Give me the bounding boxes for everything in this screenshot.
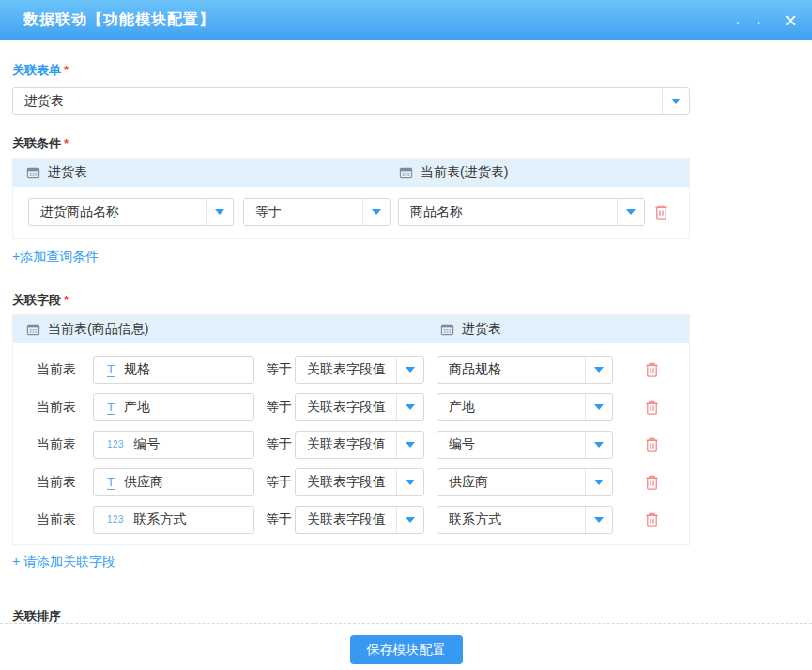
condition-target-select[interactable]: 商品名称 (398, 198, 645, 226)
fields-left-table: 当前表(商品信息) (26, 321, 148, 338)
text-type-icon: T (107, 363, 115, 377)
condition-row: 进货商品名称 等于 商品名称 (13, 187, 689, 238)
source-type-select[interactable]: 关联表字段值 (295, 468, 424, 496)
chevron-down-icon (626, 209, 636, 215)
row-prefix: 当前表 (37, 474, 93, 491)
resize-arrows-icon[interactable]: ←→ (733, 12, 765, 28)
operator-label: 等于 (266, 511, 295, 528)
fields-right-table-name: 进货表 (462, 321, 501, 338)
dialog-header: 数据联动【功能模块配置】 ←→ × (0, 0, 812, 40)
conditions-right-table: 当前表(进货表) (399, 159, 508, 187)
related-form-select[interactable]: 进货表 (12, 87, 690, 115)
target-field-select[interactable]: 商品规格 (437, 356, 613, 384)
target-field-select[interactable]: 联系方式 (437, 506, 613, 534)
fields-left-table-name: 当前表(商品信息) (48, 321, 148, 338)
conditions-panel: 进货表 当前表(进货表) 进货商品名称 等于 商品名称 (12, 158, 690, 239)
current-field-box[interactable]: 123 编号 (93, 431, 254, 459)
close-icon[interactable]: × (784, 11, 797, 30)
row-prefix: 当前表 (37, 399, 93, 416)
fields-label: 关联字段* (12, 292, 812, 309)
related-form-select-value: 进货表 (13, 93, 662, 110)
field-row: 当前表 T 产地 等于 关联表字段值 产地 (13, 388, 689, 426)
delete-field-button[interactable] (644, 474, 660, 491)
target-field-select[interactable]: 供应商 (437, 468, 613, 496)
fields-panel: 当前表(商品信息) 进货表 当前表 T 规格 等于 关联表字段值 (12, 314, 690, 545)
save-module-config-button[interactable]: 保存模块配置 (350, 635, 463, 664)
table-icon (26, 166, 40, 180)
row-prefix: 当前表 (37, 511, 93, 528)
chevron-down-zone (662, 88, 689, 114)
conditions-left-table: 进货表 (26, 164, 87, 181)
trash-icon (644, 511, 660, 528)
conditions-label: 关联条件* (12, 135, 812, 152)
field-row: 当前表 T 规格 等于 关联表字段值 商品规格 (13, 351, 689, 388)
fields-panel-header: 当前表(商品信息) 进货表 (13, 315, 689, 343)
conditions-left-table-name: 进货表 (48, 164, 87, 181)
add-field-link[interactable]: + 请添加关联字段 (12, 554, 115, 571)
trash-icon (644, 361, 660, 378)
chevron-down-icon (594, 517, 604, 523)
operator-label: 等于 (266, 399, 295, 416)
table-icon (26, 323, 40, 337)
trash-icon (644, 399, 660, 416)
conditions-panel-header: 进货表 当前表(进货表) (13, 159, 689, 187)
current-field-box[interactable]: T 产地 (93, 393, 254, 421)
chevron-down-icon (594, 442, 604, 448)
dialog-actions: ←→ × (733, 11, 797, 30)
chevron-down-icon (406, 480, 415, 485)
delete-condition-button[interactable] (653, 204, 669, 221)
delete-field-button[interactable] (644, 399, 660, 416)
table-icon (440, 323, 454, 337)
trash-icon (653, 204, 669, 221)
chevron-down-icon (372, 209, 381, 215)
condition-field-select[interactable]: 进货商品名称 (28, 198, 234, 226)
fields-right-table: 进货表 (440, 315, 501, 343)
delete-field-button[interactable] (644, 436, 660, 453)
chevron-down-icon (594, 404, 604, 410)
field-row: 当前表 123 联系方式 等于 关联表字段值 联系方式 (13, 501, 689, 539)
field-row: 当前表 123 编号 等于 关联表字段值 编号 (13, 426, 689, 464)
chevron-down-icon (594, 480, 604, 485)
chevron-down-icon (406, 367, 415, 373)
trash-icon (644, 474, 660, 491)
operator-label: 等于 (266, 361, 295, 378)
operator-label: 等于 (266, 474, 295, 491)
required-asterisk: * (64, 136, 69, 150)
delete-field-button[interactable] (644, 361, 660, 378)
dialog-footer: 保存模块配置 (0, 623, 812, 670)
operator-label: 等于 (266, 436, 295, 453)
row-prefix: 当前表 (37, 361, 93, 378)
required-asterisk: * (64, 63, 69, 77)
chevron-down-icon (671, 99, 681, 104)
source-type-select[interactable]: 关联表字段值 (295, 393, 424, 421)
row-prefix: 当前表 (37, 436, 93, 453)
trash-icon (644, 436, 660, 453)
number-type-icon: 123 (107, 440, 124, 449)
source-type-select[interactable]: 关联表字段值 (295, 506, 424, 534)
chevron-down-icon (406, 442, 415, 448)
chevron-down-icon (406, 517, 415, 523)
target-field-select[interactable]: 编号 (437, 431, 613, 459)
field-rows: 当前表 T 规格 等于 关联表字段值 商品规格 (13, 343, 689, 544)
target-field-select[interactable]: 产地 (437, 393, 613, 421)
condition-operator-select[interactable]: 等于 (243, 198, 391, 226)
table-icon (399, 166, 413, 180)
current-field-box[interactable]: T 供应商 (93, 468, 254, 496)
chevron-down-icon (594, 367, 604, 373)
delete-field-button[interactable] (644, 511, 660, 528)
current-field-box[interactable]: T 规格 (93, 356, 254, 384)
field-row: 当前表 T 供应商 等于 关联表字段值 供应商 (13, 464, 689, 501)
source-type-select[interactable]: 关联表字段值 (295, 431, 424, 459)
required-asterisk: * (64, 293, 69, 307)
source-type-select[interactable]: 关联表字段值 (295, 356, 424, 384)
text-type-icon: T (107, 401, 115, 415)
conditions-right-table-name: 当前表(进货表) (421, 164, 508, 181)
current-field-box[interactable]: 123 联系方式 (93, 506, 254, 534)
chevron-down-icon (406, 404, 415, 410)
dialog-title: 数据联动【功能模块配置】 (23, 10, 733, 30)
text-type-icon: T (107, 476, 115, 490)
chevron-down-icon (215, 209, 224, 215)
add-condition-link[interactable]: +添加查询条件 (12, 249, 99, 266)
related-form-label: 关联表单* (12, 62, 812, 79)
number-type-icon: 123 (107, 515, 124, 525)
